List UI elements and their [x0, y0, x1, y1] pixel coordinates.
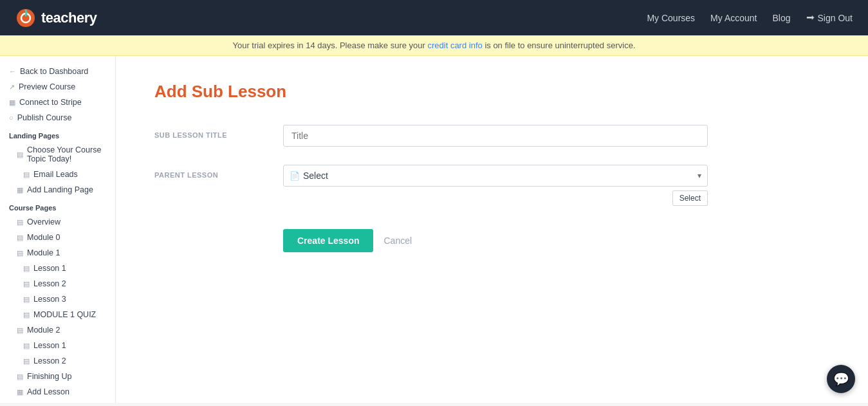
page-icon-2: ▤ — [23, 171, 30, 179]
lesson-icon-3: ▤ — [23, 295, 30, 304]
lesson-icon-2: ▤ — [23, 280, 30, 288]
add-icon: ▦ — [17, 186, 23, 194]
parent-lesson-select-wrapper: 📄 Select ▾ — [283, 165, 708, 187]
create-lesson-button[interactable]: Create Lesson — [283, 229, 373, 252]
finishing-icon: ▤ — [17, 373, 23, 381]
page-title: Add Sub Lesson — [154, 82, 829, 102]
parent-lesson-select[interactable]: Select — [283, 165, 708, 187]
preview-icon: ↗ — [9, 83, 15, 91]
publish-icon: ○ — [9, 114, 14, 122]
sidebar-item-lesson2-m2[interactable]: ▤ Lesson 2 — [0, 353, 115, 369]
module-icon-1: ▤ — [17, 249, 23, 257]
preview-course[interactable]: ↗ Preview Course — [0, 79, 115, 95]
sidebar-item-add-sub-lesson[interactable]: ▦ Add Sub Lesson — [0, 400, 115, 403]
chat-bubble[interactable]: 💬 — [827, 365, 855, 393]
sub-lesson-title-field — [283, 125, 708, 147]
sign-out-link[interactable]: ⮕ Sign Out — [806, 13, 853, 23]
sidebar-item-module1[interactable]: ▤ Module 1 — [0, 245, 115, 261]
sidebar-item-module0[interactable]: ▤ Module 0 — [0, 230, 115, 245]
sidebar-item-add-landing[interactable]: ▦ Add Landing Page — [0, 182, 115, 198]
sub-lesson-title-label: SUB LESSON TITLE — [154, 125, 257, 139]
add-lesson-icon: ▦ — [17, 388, 23, 396]
signout-icon: ⮕ — [806, 13, 815, 23]
page-icon: ▤ — [17, 151, 23, 159]
connect-stripe[interactable]: ▦ Connect to Stripe — [0, 95, 115, 110]
page-icon-3: ▤ — [17, 218, 23, 226]
cancel-button[interactable]: Cancel — [383, 235, 412, 246]
logo-icon — [15, 8, 36, 28]
select-below: Select — [283, 190, 708, 206]
parent-lesson-field: 📄 Select ▾ Select — [283, 165, 708, 206]
top-nav: teachery My Courses My Account Blog ⮕ Si… — [0, 0, 868, 35]
add-sub-lesson-form: SUB LESSON TITLE PARENT LESSON 📄 Select … — [154, 125, 708, 252]
sub-lesson-title-row: SUB LESSON TITLE — [154, 125, 708, 147]
lesson-icon-5: ▤ — [23, 357, 30, 365]
publish-course[interactable]: ○ Publish Course — [0, 110, 115, 125]
sidebar-item-lesson3-m1[interactable]: ▤ Lesson 3 — [0, 291, 115, 307]
sidebar: ← Back to Dashboard ↗ Preview Course ▦ C… — [0, 56, 116, 403]
course-pages-title: Course Pages — [0, 198, 115, 214]
credit-card-link[interactable]: credit card info — [427, 41, 482, 50]
trial-message-before: Your trial expires in 14 days. Please ma… — [232, 41, 427, 50]
blog-link[interactable]: Blog — [772, 13, 790, 23]
sidebar-item-lesson2-m1[interactable]: ▤ Lesson 2 — [0, 276, 115, 291]
form-actions: Create Lesson Cancel — [154, 229, 708, 252]
quiz-icon: ▤ — [23, 311, 30, 319]
trial-message-after: is on file to ensure uninterrupted servi… — [485, 41, 635, 50]
lesson-icon-4: ▤ — [23, 342, 30, 350]
layout: ← Back to Dashboard ↗ Preview Course ▦ C… — [0, 56, 868, 403]
doc-icon: 📄 — [290, 171, 300, 181]
sidebar-item-overview[interactable]: ▤ Overview — [0, 214, 115, 230]
sidebar-item-quiz-m1[interactable]: ▤ MODULE 1 QUIZ — [0, 307, 115, 322]
back-to-dashboard[interactable]: ← Back to Dashboard — [0, 64, 115, 79]
my-courses-link[interactable]: My Courses — [647, 13, 695, 23]
back-icon: ← — [9, 68, 16, 75]
sidebar-item-finishing-up[interactable]: ▤ Finishing Up — [0, 369, 115, 384]
sidebar-item-lesson1-m2[interactable]: ▤ Lesson 1 — [0, 338, 115, 353]
parent-lesson-label: PARENT LESSON — [154, 165, 257, 179]
landing-pages-title: Landing Pages — [0, 125, 115, 142]
logo-text: teachery — [41, 10, 97, 26]
sidebar-item-email-leads[interactable]: ▤ Email Leads — [0, 167, 115, 182]
logo[interactable]: teachery — [15, 8, 97, 28]
module-icon-0: ▤ — [17, 234, 23, 242]
select-button[interactable]: Select — [672, 190, 708, 206]
sidebar-item-lesson1-m1[interactable]: ▤ Lesson 1 — [0, 261, 115, 276]
lesson-icon-1: ▤ — [23, 264, 30, 273]
stripe-icon: ▦ — [9, 98, 15, 107]
nav-links: My Courses My Account Blog ⮕ Sign Out — [647, 13, 853, 23]
main-content: Add Sub Lesson SUB LESSON TITLE PARENT L… — [116, 56, 868, 403]
my-account-link[interactable]: My Account — [710, 13, 757, 23]
module-icon-2: ▤ — [17, 326, 23, 335]
chat-icon: 💬 — [833, 371, 849, 387]
sidebar-item-module2[interactable]: ▤ Module 2 — [0, 322, 115, 338]
sub-lesson-title-input[interactable] — [283, 125, 708, 147]
trial-banner: Your trial expires in 14 days. Please ma… — [0, 35, 868, 56]
sidebar-item-choose-topic[interactable]: ▤ Choose Your Course Topic Today! — [0, 142, 115, 167]
parent-lesson-row: PARENT LESSON 📄 Select ▾ Select — [154, 165, 708, 206]
sidebar-item-add-lesson[interactable]: ▦ Add Lesson — [0, 384, 115, 400]
